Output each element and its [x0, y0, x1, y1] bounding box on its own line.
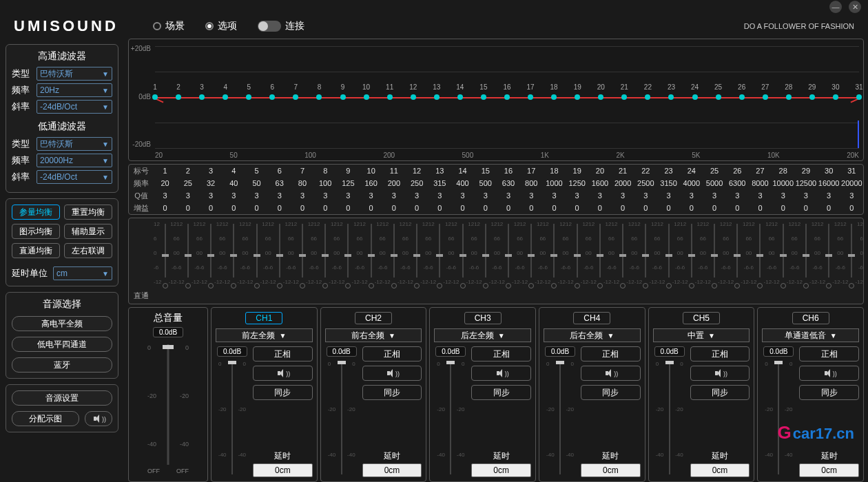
link-lr-button[interactable]: 左右联调 [64, 243, 112, 258]
cell-freq[interactable]: 16000 [818, 179, 840, 187]
cell-freq[interactable]: 5000 [703, 179, 725, 187]
phase-button[interactable]: 正相 [471, 346, 531, 362]
channel-assign-select[interactable]: 中置▼ [653, 328, 750, 342]
bypass-radio[interactable] [757, 283, 763, 289]
cell-gain[interactable]: 0 [405, 204, 428, 212]
cell-freq[interactable]: 80 [291, 179, 313, 187]
bypass-radio[interactable] [551, 283, 557, 289]
cell-gain[interactable]: 0 [588, 204, 611, 212]
cell-freq[interactable]: 100 [314, 179, 337, 187]
eq-fader[interactable]: 12126600-6-6-12-12 [588, 221, 611, 290]
cell-q[interactable]: 3 [428, 191, 451, 200]
scene-radio[interactable]: 场景 [153, 20, 185, 32]
cell-index[interactable]: 3 [199, 167, 222, 175]
speaker-button[interactable]: )) [85, 411, 112, 426]
close-button[interactable]: ✕ [849, 1, 861, 13]
lp-type-select[interactable]: 巴特沃斯▼ [37, 137, 112, 151]
bypass-radio[interactable] [437, 283, 442, 289]
lp-freq-select[interactable]: 20000Hz▼ [37, 154, 112, 167]
mute-button[interactable]: )) [253, 366, 313, 381]
bypass-radio[interactable] [826, 283, 831, 289]
cell-gain[interactable]: 0 [657, 204, 680, 212]
cell-q[interactable]: 3 [405, 191, 428, 200]
cell-index[interactable]: 6 [268, 167, 291, 175]
cell-q[interactable]: 3 [680, 191, 703, 200]
channel-assign-select[interactable]: 前右全频▼ [325, 328, 422, 342]
cell-index[interactable]: 16 [497, 167, 519, 175]
cell-freq[interactable]: 20 [154, 179, 176, 187]
cell-gain[interactable]: 0 [612, 204, 634, 212]
cell-q[interactable]: 3 [223, 191, 245, 200]
cell-index[interactable]: 4 [223, 167, 245, 175]
eq-fader[interactable]: 12126600-6-6-12-12 [680, 221, 703, 290]
source-settings-button[interactable]: 音源设置 [12, 390, 112, 406]
cell-gain[interactable]: 0 [543, 204, 566, 212]
cell-index[interactable]: 13 [428, 167, 451, 175]
cell-freq[interactable]: 8000 [749, 179, 772, 187]
cell-index[interactable]: 18 [543, 167, 566, 175]
bypass-radio[interactable] [528, 283, 534, 289]
bypass-radio[interactable] [666, 283, 672, 289]
eq-point[interactable] [223, 94, 228, 100]
cell-gain[interactable]: 0 [337, 204, 360, 212]
eq-point[interactable] [856, 94, 862, 100]
minimize-button[interactable]: — [829, 1, 842, 13]
cell-gain[interactable]: 0 [428, 204, 451, 212]
channel-assign-select[interactable]: 前左全频▼ [216, 328, 313, 342]
channel-label[interactable]: CH4 [573, 312, 610, 324]
eq-point[interactable] [551, 94, 557, 100]
eq-point[interactable] [763, 94, 768, 100]
cell-index[interactable]: 15 [474, 167, 497, 175]
source-bluetooth-button[interactable]: 蓝牙 [12, 357, 112, 373]
cell-q[interactable]: 3 [726, 191, 749, 200]
cell-index[interactable]: 27 [749, 167, 772, 175]
cell-q[interactable]: 3 [840, 191, 863, 200]
sync-button[interactable]: 同步 [799, 385, 859, 400]
param-eq-button[interactable]: 参量均衡 [12, 205, 60, 220]
cell-q[interactable]: 3 [703, 191, 725, 200]
cell-gain[interactable]: 0 [451, 204, 474, 212]
bypass-radio[interactable] [575, 283, 580, 289]
channel-fader[interactable]: 00-20-20-40-40 [218, 358, 246, 477]
cell-q[interactable]: 3 [634, 191, 657, 200]
bypass-radio[interactable] [712, 283, 717, 289]
cell-freq[interactable]: 10000 [772, 179, 794, 187]
cell-index[interactable]: 5 [245, 167, 268, 175]
cell-q[interactable]: 3 [382, 191, 405, 200]
bypass-radio[interactable] [620, 283, 626, 289]
eq-point[interactable] [481, 94, 486, 100]
eq-fader[interactable]: 12126600-6-6-12-12 [818, 221, 840, 290]
eq-point[interactable] [434, 94, 440, 100]
connect-toggle[interactable]: 连接 [258, 20, 304, 32]
cell-gain[interactable]: 0 [154, 204, 176, 212]
bypass-radio[interactable] [345, 283, 351, 289]
cell-gain[interactable]: 0 [199, 204, 222, 212]
cell-freq[interactable]: 12500 [794, 179, 817, 187]
source-high-full-button[interactable]: 高电平全频 [12, 316, 112, 331]
eq-graph[interactable]: +20dB 0dB -20dB 123456789101112131415161… [128, 39, 864, 161]
hp-slope-select[interactable]: -24dB/Oct▼ [37, 100, 112, 114]
cell-q[interactable]: 3 [245, 191, 268, 200]
cell-index[interactable]: 9 [337, 167, 360, 175]
eq-fader[interactable]: 12126600-6-6-12-12 [199, 221, 222, 290]
cell-index[interactable]: 28 [772, 167, 794, 175]
cell-q[interactable]: 3 [818, 191, 840, 200]
cell-index[interactable]: 14 [451, 167, 474, 175]
bypass-radio[interactable] [185, 283, 191, 289]
channel-label[interactable]: CH1 [245, 312, 282, 324]
eq-fader[interactable]: 12126600-6-6-12-12 [268, 221, 291, 290]
cell-q[interactable]: 3 [154, 191, 176, 200]
sync-button[interactable]: 同步 [690, 385, 750, 400]
bypass-radio[interactable] [231, 283, 236, 289]
eq-fader[interactable]: 12126600-6-6-12-12 [223, 221, 245, 290]
eq-fader[interactable]: 12126600-6-6-12-12 [382, 221, 405, 290]
channel-assign-select[interactable]: 后右全频▼ [544, 328, 641, 342]
cell-freq[interactable]: 500 [474, 179, 497, 187]
cell-gain[interactable]: 0 [566, 204, 588, 212]
cell-index[interactable]: 29 [794, 167, 817, 175]
sync-button[interactable]: 同步 [362, 385, 422, 400]
eq-point[interactable] [645, 94, 650, 100]
cell-index[interactable]: 20 [588, 167, 611, 175]
cell-index[interactable]: 10 [360, 167, 382, 175]
assign-diagram-button[interactable]: 分配示图 [12, 411, 79, 426]
